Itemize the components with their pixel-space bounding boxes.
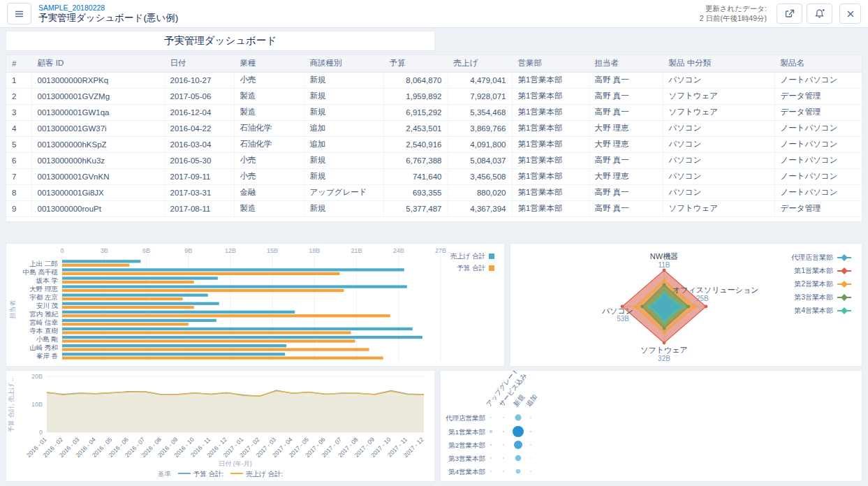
column-header[interactable]: 担当者 (589, 55, 663, 72)
bubble[interactable] (530, 444, 531, 446)
x-tick: 27B (435, 247, 446, 254)
breadcrumb[interactable]: SAMPLE_20180228 (38, 3, 178, 13)
bubble-row-label: 第3営業本部 (448, 455, 485, 462)
legend-item[interactable]: 第2営業本部 (791, 277, 852, 290)
bubble[interactable] (530, 471, 531, 472)
radar-vertex (663, 291, 666, 295)
bubble-chart[interactable]: アップグレードサービス込み新規追加代理店営業部第1営業本部第2営業本部第3営業本… (441, 371, 862, 481)
legend-item[interactable]: 予算 合計: (193, 470, 223, 478)
table-row[interactable]: 50013000000hKSpZ2016-03-04石油化学追加2,540,91… (6, 136, 862, 152)
bar-chart[interactable]: 03B6B9B12B15B18B21B24B27B上出 二郎中島 高千穂坂本 学… (6, 244, 504, 366)
bar-sales[interactable] (62, 260, 140, 263)
bubble[interactable] (514, 441, 522, 449)
bar-budget[interactable] (62, 314, 390, 317)
column-header[interactable]: 商談種別 (304, 55, 383, 72)
bubble[interactable] (530, 431, 531, 432)
bubble[interactable] (503, 431, 504, 432)
column-header[interactable]: 売上げ (448, 55, 512, 72)
bubble[interactable] (490, 444, 492, 446)
radar-axis-label: パソコン (602, 307, 633, 315)
column-header[interactable]: 製品名 (774, 55, 862, 72)
column-header[interactable]: 製品 中分類 (663, 55, 774, 72)
bar-budget[interactable] (62, 289, 344, 292)
column-header[interactable]: # (6, 55, 31, 72)
bar-budget[interactable] (62, 272, 339, 275)
share-button[interactable] (777, 3, 802, 24)
bar-budget[interactable] (62, 306, 194, 309)
bar-budget[interactable] (62, 331, 351, 334)
bar-budget[interactable] (62, 323, 189, 325)
table-row[interactable]: 90013000000rouPt2017-08-11製造新規5,377,4874… (6, 200, 862, 216)
legend-marker (837, 254, 852, 261)
bubble[interactable] (516, 469, 521, 474)
bell-icon (814, 8, 825, 19)
bar-sales[interactable] (62, 268, 404, 271)
bar-sales[interactable] (62, 353, 285, 355)
bar-budget[interactable] (62, 357, 383, 360)
dashboard-list-button[interactable] (7, 3, 31, 24)
column-header[interactable]: 顧客 ID (31, 55, 164, 72)
legend-color-chip (489, 265, 494, 271)
bar-budget[interactable] (62, 281, 194, 284)
bubble[interactable] (515, 455, 522, 462)
bubble-row-label: 第1営業本部 (448, 428, 485, 436)
table-row[interactable]: 60013000000hKu3z2016-05-30小売新規6,767,3885… (6, 152, 862, 168)
timeline-chart-legend: 基準予算 合計:売上げ 合計: (6, 470, 434, 479)
radar-vertex (663, 279, 666, 282)
legend-item[interactable]: 予算 合計 (450, 263, 494, 274)
legend-item[interactable]: 代理店営業部 (791, 251, 852, 264)
dashboard-title: 予実管理ダッシュボード (164, 34, 277, 47)
bar-sales[interactable] (62, 277, 218, 279)
bubble[interactable] (490, 457, 492, 459)
bar-budget[interactable] (62, 348, 369, 351)
x-axis-title: 日付 (年-月) (219, 460, 252, 467)
x-tick: 0 (60, 247, 64, 254)
bubble[interactable] (515, 415, 522, 421)
bubble[interactable] (490, 417, 492, 418)
bubble[interactable] (490, 430, 493, 434)
bar-budget[interactable] (62, 264, 129, 267)
timeline-chart[interactable]: 010B20B2016 - 012016 - 022016 - 032016 -… (6, 371, 434, 470)
bar-sales[interactable] (62, 302, 219, 305)
legend-item[interactable]: 第4営業本部 (791, 304, 852, 317)
bubble[interactable] (503, 471, 504, 472)
x-tick: 6B (142, 247, 150, 254)
table-row[interactable]: 80013000001Gi8JX2017-03-31金融アップグレード693,3… (6, 184, 862, 200)
subscribe-button[interactable] (807, 3, 832, 24)
bubble[interactable] (530, 417, 531, 418)
table-row[interactable]: 30013000001GW1qa2016-12-04製造新規6,915,2925… (6, 104, 862, 120)
bar-sales[interactable] (62, 311, 295, 314)
close-button[interactable] (839, 3, 861, 24)
bar-sales[interactable] (62, 319, 216, 322)
bar-sales[interactable] (62, 336, 422, 339)
table-row[interactable]: 10013000000RXPKq2016-10-27小売新規8,064,8704… (6, 72, 862, 88)
bubble[interactable] (503, 457, 504, 459)
bubble[interactable] (503, 417, 504, 418)
bubble[interactable] (490, 471, 492, 472)
dashboard-canvas: 予実管理ダッシュボード #顧客 ID日付業種商談種別予算売上げ営業部担当者製品 … (0, 28, 868, 486)
table-row[interactable]: 70013000001GVnKN2017-09-11小売新規741,6403,4… (6, 168, 862, 184)
legend-marker (837, 267, 852, 274)
table-row[interactable]: 20013000001GVZMg2017-05-06製造新規1,959,8927… (6, 88, 862, 104)
bubble[interactable] (513, 426, 524, 437)
legend-item[interactable]: 売上げ 合計: (246, 470, 283, 478)
bar-budget[interactable] (62, 339, 355, 342)
legend-item[interactable]: 売上げ 合計 (450, 251, 494, 263)
bubble[interactable] (503, 444, 504, 446)
column-header[interactable]: 日付 (164, 55, 234, 72)
legend-item[interactable]: 第1営業本部 (791, 264, 852, 277)
bubble[interactable] (530, 457, 531, 459)
bar-sales[interactable] (62, 285, 407, 288)
radar-vertex (663, 331, 666, 334)
table-row[interactable]: 40013000001GW37i2016-04-22石油化学追加2,453,50… (6, 120, 862, 136)
column-header[interactable]: 営業部 (512, 55, 589, 72)
bar-sales[interactable] (62, 327, 413, 330)
bar-sales[interactable] (62, 294, 208, 297)
bar-chart-legend: 売上げ 合計予算 合計 (450, 251, 494, 274)
column-header[interactable]: 予算 (383, 55, 448, 72)
radar-vertex (663, 341, 666, 345)
bar-budget[interactable] (62, 297, 183, 300)
bar-sales[interactable] (62, 344, 286, 347)
legend-item[interactable]: 第3営業本部 (791, 290, 852, 304)
column-header[interactable]: 業種 (234, 55, 304, 72)
